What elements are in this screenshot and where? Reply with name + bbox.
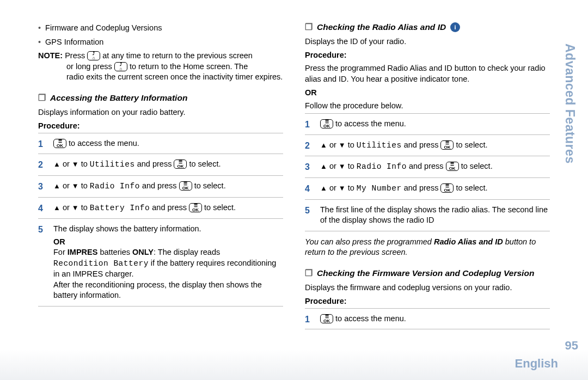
note-text: radio exits the current screen once the … — [66, 72, 283, 83]
menu-option: Battery Info — [90, 204, 150, 212]
back-key-icon: ⤴⌂ — [114, 62, 127, 71]
bullet-text: GPS Information — [45, 37, 103, 48]
ok-key-icon: ☰OK — [179, 181, 192, 191]
section-description: Displays information on your radio batte… — [38, 107, 283, 118]
subsection-heading: ❐ Checking the Radio Alias and ID i — [305, 22, 550, 33]
book-icon: ❐ — [305, 268, 313, 279]
down-arrow-icon: ▼ — [339, 162, 346, 170]
section-description: Displays the ID of your radio. — [305, 36, 550, 47]
procedure-label: Procedure: — [38, 121, 283, 132]
procedure-steps: ☰OK to access the menu. ▲ or ▼ to Utilit… — [305, 113, 550, 231]
book-icon: ❐ — [305, 22, 313, 33]
step-detail: For IMPRES batteries ONLY: The display r… — [53, 247, 283, 258]
note-text: Press ⤴⌂ at any time to return to the pr… — [65, 51, 253, 60]
bullet-dot: • — [38, 23, 41, 34]
or-label: OR — [53, 237, 283, 248]
down-arrow-icon: ▼ — [339, 141, 346, 149]
ok-key-icon: ☰OK — [189, 203, 202, 212]
menu-option: My Number — [357, 184, 402, 193]
procedure-steps: ☰OK to access the menu. — [305, 308, 550, 330]
heading-text: Checking the Firmware Version and Codepl… — [317, 268, 534, 279]
heading-text: Accessing the Battery Information — [50, 93, 187, 104]
step-item: ▲ or ▼ to Utilities and press ☰OK to sel… — [38, 154, 283, 175]
page-number: 95 — [565, 338, 578, 354]
step-detail: Recondition Battery if the battery requi… — [53, 258, 283, 280]
ok-key-icon: ☰OK — [440, 140, 454, 150]
list-item: • Firmware and Codeplug Versions — [38, 23, 283, 34]
up-arrow-icon: ▲ — [53, 182, 60, 190]
menu-option: Radio Info — [357, 162, 407, 171]
step-item: ▲ or ▼ to Utilities and press ☰OK to sel… — [305, 134, 550, 156]
procedure-text: Follow the procedure below. — [305, 101, 550, 112]
step-item: The display shows the battery informatio… — [38, 218, 283, 307]
bullet-dot: • — [38, 37, 41, 48]
or-label: OR — [305, 88, 550, 99]
up-arrow-icon: ▲ — [320, 162, 327, 170]
step-item: ▲ or ▼ to Battery Info and press ☰OK to … — [38, 197, 283, 219]
menu-option: Radio Info — [90, 182, 140, 191]
menu-option: Utilities — [90, 160, 135, 169]
back-key-icon: ⤴⌂ — [87, 51, 100, 60]
step-item: The first line of the display shows the … — [305, 199, 550, 231]
bullet-text: Firmware and Codeplug Versions — [45, 23, 162, 34]
subsection-heading: ❐ Accessing the Battery Information — [38, 93, 283, 104]
up-arrow-icon: ▲ — [320, 184, 327, 192]
section-tab: Advanced Features — [561, 44, 578, 164]
step-item: ▲ or ▼ to My Number and press ☰OK to sel… — [305, 177, 550, 199]
note-label: NOTE: — [38, 51, 63, 60]
down-arrow-icon: ▼ — [72, 182, 79, 190]
procedure-text: Press the programmed Radio Alias and ID … — [305, 63, 550, 84]
down-arrow-icon: ▼ — [72, 160, 79, 168]
list-item: • GPS Information — [38, 37, 283, 48]
book-icon: ❐ — [38, 93, 46, 104]
language-label: English — [515, 356, 558, 372]
step-detail: After the reconditioning process, the di… — [53, 280, 283, 301]
right-column: ❐ Checking the Radio Alias and ID i Disp… — [305, 22, 550, 329]
down-arrow-icon: ▼ — [339, 184, 346, 192]
procedure-label: Procedure: — [305, 296, 550, 307]
section-description: Displays the firmware and codeplug versi… — [305, 283, 550, 293]
up-arrow-icon: ▲ — [53, 160, 60, 168]
ok-key-icon: ☰OK — [446, 162, 459, 171]
left-column: • Firmware and Codeplug Versions • GPS I… — [38, 22, 283, 329]
ok-key-icon: ☰OK — [53, 139, 66, 148]
step-item: ☰OK to access the menu. — [38, 133, 283, 154]
down-arrow-icon: ▼ — [72, 204, 79, 212]
up-arrow-icon: ▲ — [53, 204, 60, 212]
procedure-label: Procedure: — [305, 50, 550, 61]
step-item: ☰OK to access the menu. — [305, 113, 550, 134]
step-item: ▲ or ▼ to Radio Info and press ☰OK to se… — [38, 175, 283, 197]
ok-key-icon: ☰OK — [320, 314, 333, 323]
note-block: NOTE: Press ⤴⌂ at any time to return to … — [38, 51, 283, 83]
menu-option: Utilities — [357, 141, 402, 150]
heading-text: Checking the Radio Alias and ID — [317, 22, 446, 33]
ok-key-icon: ☰OK — [440, 183, 454, 193]
procedure-steps: ☰OK to access the menu. ▲ or ▼ to Utilit… — [38, 133, 283, 307]
subsection-heading: ❐ Checking the Firmware Version and Code… — [305, 268, 550, 279]
ok-key-icon: ☰OK — [320, 119, 333, 128]
manual-page: Advanced Features 95 English • Firmware … — [0, 0, 588, 380]
info-icon: i — [450, 22, 460, 32]
ok-key-icon: ☰OK — [174, 160, 187, 169]
content-columns: • Firmware and Codeplug Versions • GPS I… — [38, 22, 550, 329]
step-item: ▲ or ▼ to Radio Info and press ☰OK to se… — [305, 156, 550, 177]
up-arrow-icon: ▲ — [320, 141, 327, 149]
italic-note: You can also press the programmed Radio … — [305, 237, 550, 258]
note-text: or long press ⤴⌂ to return to the Home s… — [66, 62, 283, 72]
step-item: ☰OK to access the menu. — [305, 308, 550, 330]
